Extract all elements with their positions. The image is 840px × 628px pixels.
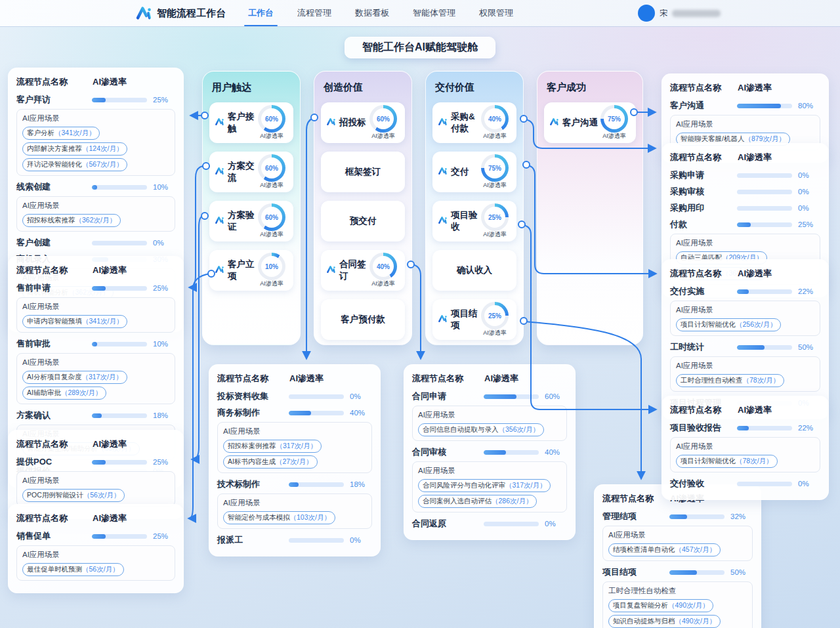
process-node-row: 采购申请0% [670, 169, 820, 181]
scenario-box-label: AI应用场景 [223, 427, 366, 436]
process-node-row: 线索创建10% [16, 181, 175, 193]
progress-bar [289, 394, 344, 399]
flow-node-name: 交付 [451, 166, 469, 178]
scenario-tag[interactable]: POC用例智能设计（56次/月） [22, 489, 125, 502]
scenario-tag-name: AI辅助审批 [27, 388, 61, 398]
scenario-tag[interactable]: 招投标线索推荐（362次/月） [22, 214, 121, 227]
progress-bar [92, 241, 147, 245]
scenario-tag[interactable]: AI辅助审批（289次/月） [22, 387, 106, 400]
progress-fill [737, 289, 749, 294]
scenario-tag[interactable]: 项目计划智能优化（78次/月） [676, 455, 778, 468]
process-node-row: 方案确认18% [16, 409, 175, 421]
process-node-name: 线索创建 [16, 181, 92, 193]
penetration-donut-group: 60%AI渗透率 [367, 105, 400, 140]
process-node-name: 客户沟通 [670, 100, 737, 112]
scenario-tag[interactable]: 拜访记录智能转化（567次/月） [22, 158, 127, 171]
penetration-label: AI渗透率 [255, 132, 288, 140]
avatar[interactable] [638, 5, 655, 22]
progress-bar [92, 342, 147, 346]
flow-node[interactable]: 客户预付款 [321, 299, 405, 340]
penetration-donut: 60% [258, 154, 285, 182]
process-node-row: 项目验收报告22% [670, 422, 820, 434]
progress-fill [669, 514, 687, 519]
flow-column-deliver-value: 交付价值采购&付款40%AI渗透率交付75%AI渗透率项目验收25%AI渗透率确… [425, 71, 524, 345]
col-header-penetration: AI渗透率 [484, 373, 567, 385]
flow-node[interactable]: 招投标60%AI渗透率 [321, 102, 405, 143]
nav-tab[interactable]: 流程管理 [296, 0, 333, 26]
process-node-name: 采购用印 [670, 202, 737, 214]
scenario-tag[interactable]: 合同案例入选自动评估（286次/月） [418, 495, 537, 508]
nav-tab[interactable]: 智能体管理 [411, 0, 457, 26]
progress-fill [737, 426, 749, 430]
penetration-value: 25% [153, 458, 175, 466]
flow-node[interactable]: 采购&付款40%AI渗透率 [432, 102, 516, 143]
flow-node[interactable]: 客户沟通75%AI渗透率 [544, 102, 636, 143]
scenario-tag[interactable]: 最佳促单时机预测（56次/月） [22, 563, 124, 576]
scenario-tag[interactable]: 结项检查清单自动化（457次/月） [608, 543, 721, 556]
process-node-name: 采购审核 [670, 186, 737, 198]
process-node-name: 客户拜访 [16, 94, 92, 106]
scenario-tags: AI分析项目复杂度（317次/月）AI辅助审批（289次/月） [22, 371, 169, 400]
nav-tab[interactable]: 工作台 [247, 0, 275, 26]
penetration-value: 25% [481, 203, 509, 231]
scenario-tag[interactable]: 内部解决方案推荐（124次/月） [22, 142, 127, 156]
flow-node[interactable]: 项目结项25%AI渗透率 [432, 299, 516, 340]
penetration-value: 0% [545, 520, 567, 528]
progress-bar [737, 104, 792, 108]
flow-node-name: 项目结项 [451, 308, 478, 331]
scenario-tag[interactable]: 招投标案例推荐（317次/月） [223, 440, 322, 453]
scenario-tag[interactable]: 知识自动提炼与归档（490次/月） [608, 615, 721, 628]
flow-node[interactable]: 合同签订40%AI渗透率 [321, 250, 405, 291]
flow-node-label: 框架签订 [345, 166, 381, 178]
scenario-tag-name: 知识自动提炼与归档 [613, 617, 675, 626]
nav-tab[interactable]: 数据看板 [354, 0, 390, 26]
flow-node-name: 采购&付款 [451, 111, 478, 135]
progress-bar [737, 222, 792, 227]
flow-node[interactable]: 方案交流60%AI渗透率 [209, 152, 293, 192]
flow-node[interactable]: 框架签订 [321, 152, 405, 192]
flow-node[interactable]: 预交付 [321, 201, 405, 241]
flow-node[interactable]: 客户立项10%AI渗透率 [209, 250, 293, 291]
penetration-value: 0% [798, 171, 820, 179]
penetration-label: AI渗透率 [478, 181, 511, 190]
scenario-tag[interactable]: 智能定价与成本模拟（103次/月） [223, 511, 335, 524]
ai-logo-icon [438, 215, 448, 227]
scenario-box: AI应用场景AI分析项目复杂度（317次/月）AI辅助审批（289次/月） [16, 353, 175, 404]
scenario-tag[interactable]: 合同信息自动提取与录入（356次/月） [418, 423, 544, 436]
scenario-tag[interactable]: 申请内容智能预填（341次/月） [22, 315, 127, 328]
process-node-row: 交付实施22% [670, 285, 820, 297]
scenario-tag[interactable]: AI分析项目复杂度（317次/月） [22, 371, 127, 384]
nav-tab[interactable]: 权限管理 [478, 0, 514, 26]
progress-bar [92, 460, 147, 465]
penetration-donut: 25% [481, 203, 509, 231]
scenario-tag[interactable]: 客户分析（341次/月） [22, 127, 100, 140]
flow-node[interactable]: 客户接触60%AI渗透率 [209, 102, 293, 143]
penetration-value: 10% [258, 253, 285, 280]
scenario-tag[interactable]: 项目复盘智能分析（490次/月） [608, 599, 713, 612]
flow-node-label: 交付 [438, 166, 478, 178]
flow-node[interactable]: 交付75%AI渗透率 [432, 152, 516, 192]
progress-fill [484, 450, 506, 455]
flow-node[interactable]: 方案验证60%AI渗透率 [209, 201, 293, 241]
app-logo-icon [135, 5, 152, 22]
scenario-tag[interactable]: 工时合理性自动检查（78次/月） [676, 374, 784, 387]
scenario-box: AI应用场景POC用例智能设计（56次/月） [16, 471, 175, 507]
scenario-box-label: AI应用场景 [676, 238, 814, 248]
scenario-box: 工时合理性自动检查项目复盘智能分析（490次/月）知识自动提炼与归档（490次/… [602, 581, 753, 628]
scenario-tag-name: 客户分析 [27, 129, 54, 138]
flow-node[interactable]: 确认收入 [432, 250, 516, 291]
scenario-tag[interactable]: AI标书内容生成（27次/月） [223, 455, 318, 469]
penetration-donut: 40% [481, 105, 509, 133]
scenario-tag[interactable]: 合同风险评分与自动化评审（317次/月） [418, 479, 551, 492]
user-area[interactable]: 宋 [638, 5, 721, 22]
scenario-tag-name: 合同案例入选自动评估 [423, 497, 492, 506]
card-header: 流程节点名称AI渗透率 [670, 82, 820, 94]
scenario-tag-name: 智能定价与成本模拟 [228, 513, 290, 522]
penetration-value: 60% [258, 105, 285, 133]
scenario-tag[interactable]: 项目计划智能优化（256次/月） [676, 318, 781, 331]
flow-node[interactable]: 项目验收25%AI渗透率 [432, 201, 516, 241]
ai-logo-icon [215, 166, 224, 178]
process-node-row: 付款25% [670, 219, 820, 230]
col-header-node-name: 流程节点名称 [670, 268, 738, 280]
scenario-tag-name: 结项检查清单自动化 [613, 545, 675, 555]
